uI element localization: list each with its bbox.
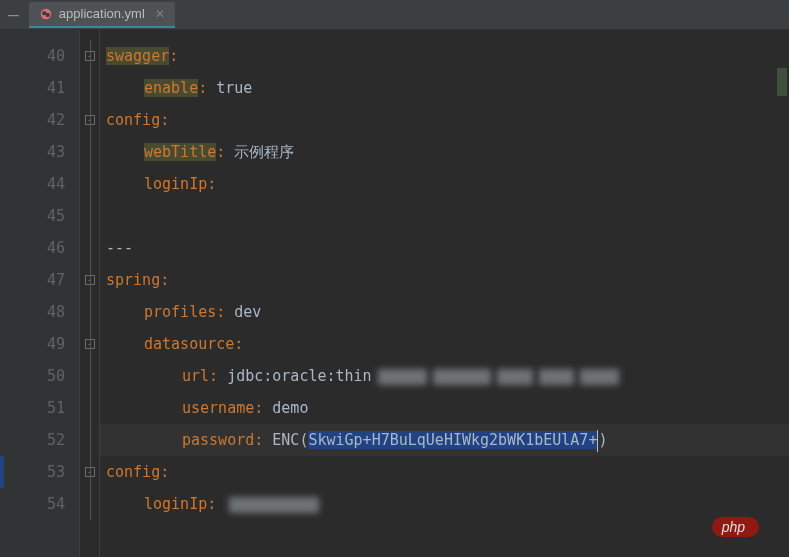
line-number: 41 — [0, 72, 65, 104]
yaml-value: true — [216, 79, 252, 97]
code-line[interactable]: url: jdbc:oracle:thin — [100, 360, 789, 392]
colon: : — [216, 143, 234, 161]
yaml-value: dev — [234, 303, 261, 321]
yaml-key: url — [182, 367, 209, 385]
line-number: 54 — [0, 488, 65, 520]
yaml-key: config — [106, 111, 160, 129]
fold-cell[interactable]: - — [80, 40, 99, 72]
text-selection[interactable]: SkwiGp+H7BuLqUeHIWkg2bWK1bEUlA7+ — [308, 431, 597, 449]
yaml-key: profiles — [144, 303, 216, 321]
yaml-key: datasource — [144, 335, 234, 353]
colon: : — [254, 431, 272, 449]
colon: : — [207, 495, 225, 513]
yaml-key: spring — [106, 271, 160, 289]
close-icon[interactable]: ✕ — [155, 7, 165, 21]
fold-cell[interactable] — [80, 200, 99, 232]
code-line[interactable]: --- — [100, 232, 789, 264]
yaml-key: enable — [144, 79, 198, 97]
editor[interactable]: 404142434445464748495051525354 ----- swa… — [0, 30, 789, 557]
code-line[interactable]: swagger: — [100, 40, 789, 72]
redacted-segment — [539, 369, 574, 385]
code-line[interactable]: password: ENC(SkwiGp+H7BuLqUeHIWkg2bWK1b… — [100, 424, 789, 456]
yaml-key: password — [182, 431, 254, 449]
colon: : — [254, 399, 272, 417]
yaml-value: 示例程序 — [234, 143, 294, 161]
colon: : — [160, 111, 169, 129]
code-line[interactable]: spring: — [100, 264, 789, 296]
code-line[interactable]: loginIp: — [100, 168, 789, 200]
line-number: 50 — [0, 360, 65, 392]
code-area[interactable]: swagger:enable: trueconfig:webTitle: 示例程… — [100, 30, 789, 557]
colon: : — [209, 367, 227, 385]
code-line[interactable]: username: demo — [100, 392, 789, 424]
yaml-key: webTitle — [144, 143, 216, 161]
colon: : — [216, 303, 234, 321]
tab-bar: — application.yml ✕ — [0, 0, 789, 30]
redacted-segment — [433, 369, 491, 385]
active-line-marker — [0, 456, 4, 488]
minimize-icon[interactable]: — — [8, 6, 19, 24]
colon: : — [198, 79, 216, 97]
code-line[interactable]: enable: true — [100, 72, 789, 104]
redacted-segment — [229, 497, 319, 513]
line-number: 49 — [0, 328, 65, 360]
fold-cell[interactable] — [80, 424, 99, 456]
yaml-key: swagger — [106, 47, 169, 65]
fold-cell[interactable]: - — [80, 456, 99, 488]
code-line[interactable]: profiles: dev — [100, 296, 789, 328]
fold-cell[interactable] — [80, 360, 99, 392]
svg-point-2 — [45, 12, 49, 16]
redacted-segment — [378, 369, 428, 385]
colon: : — [207, 175, 216, 193]
code-line[interactable] — [100, 200, 789, 232]
code-line[interactable]: config: — [100, 104, 789, 136]
fold-column[interactable]: ----- — [80, 30, 100, 557]
gutter: 404142434445464748495051525354 — [0, 30, 80, 557]
code-line[interactable]: loginIp: — [100, 488, 789, 520]
colon: : — [234, 335, 243, 353]
fold-cell[interactable] — [80, 392, 99, 424]
line-number: 48 — [0, 296, 65, 328]
line-number: 42 — [0, 104, 65, 136]
fold-cell[interactable] — [80, 488, 99, 520]
code-line[interactable]: webTitle: 示例程序 — [100, 136, 789, 168]
colon: : — [169, 47, 178, 65]
yaml-value: ENC( — [272, 431, 308, 449]
fold-cell[interactable]: - — [80, 328, 99, 360]
yaml-key: username — [182, 399, 254, 417]
tab-filename: application.yml — [59, 6, 145, 21]
colon: : — [160, 271, 169, 289]
fold-cell[interactable] — [80, 136, 99, 168]
line-number: 43 — [0, 136, 65, 168]
fold-cell[interactable]: - — [80, 264, 99, 296]
redacted-segment — [497, 369, 533, 385]
code-line[interactable]: config: — [100, 456, 789, 488]
yaml-value: ) — [598, 431, 607, 449]
line-number: 45 — [0, 200, 65, 232]
fold-cell[interactable] — [80, 168, 99, 200]
yaml-key: config — [106, 463, 160, 481]
yaml-value: jdbc:oracle:thin — [227, 367, 372, 385]
yaml-doc-separator: --- — [106, 239, 133, 257]
yml-file-icon — [39, 7, 53, 21]
line-number: 52 — [0, 424, 65, 456]
fold-cell[interactable] — [80, 72, 99, 104]
line-number: 44 — [0, 168, 65, 200]
line-number: 47 — [0, 264, 65, 296]
colon: : — [160, 463, 169, 481]
fold-cell[interactable] — [80, 296, 99, 328]
tab-application-yml[interactable]: application.yml ✕ — [29, 2, 175, 28]
fold-cell[interactable]: - — [80, 104, 99, 136]
line-number: 46 — [0, 232, 65, 264]
yaml-key: loginIp — [144, 175, 207, 193]
yaml-value: demo — [272, 399, 308, 417]
line-number: 51 — [0, 392, 65, 424]
fold-cell[interactable] — [80, 232, 99, 264]
code-line[interactable]: datasource: — [100, 328, 789, 360]
line-number: 40 — [0, 40, 65, 72]
line-number: 53 — [0, 456, 65, 488]
redacted-segment — [580, 369, 619, 385]
watermark-badge: php — [712, 517, 759, 537]
yaml-key: loginIp — [144, 495, 207, 513]
